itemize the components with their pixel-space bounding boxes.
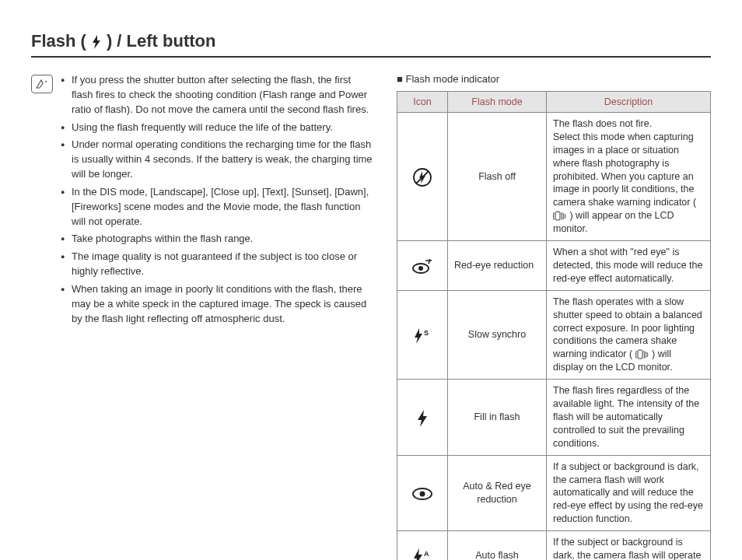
note-item: Take photographs within the flash range. bbox=[61, 232, 373, 247]
fill-in-flash-icon bbox=[397, 380, 448, 455]
svg-marker-0 bbox=[93, 35, 100, 49]
mode-name: Slow synchro bbox=[448, 290, 547, 380]
svg-point-6 bbox=[418, 266, 423, 271]
table-header-row: Icon Flash mode Description bbox=[397, 92, 711, 113]
mode-name: Fill in flash bbox=[448, 380, 547, 455]
title-prefix: Flash ( bbox=[31, 31, 86, 51]
table-caption: Flash mode indicator bbox=[397, 73, 711, 85]
mode-desc: The flash does not fire. Select this mod… bbox=[547, 113, 711, 241]
notes-list: If you press the shutter button after se… bbox=[61, 73, 373, 560]
table-row: Auto & Red eye reduction If a subject or… bbox=[397, 455, 711, 530]
desc-text: ) will appear on the LCD monitor. bbox=[553, 210, 674, 234]
camera-shake-icon bbox=[635, 348, 649, 362]
mode-desc: The flash operates with a slow shutter s… bbox=[547, 290, 711, 380]
flash-mode-table: Icon Flash mode Description bbox=[397, 91, 711, 560]
camera-shake-icon bbox=[553, 209, 567, 222]
mode-desc: If the subject or background is dark, th… bbox=[547, 531, 711, 560]
flash-off-icon bbox=[397, 113, 448, 241]
mode-name: Flash off bbox=[448, 113, 547, 241]
notes-column: If you press the shutter button after se… bbox=[31, 73, 373, 560]
mode-name: Red-eye reduction bbox=[448, 241, 547, 291]
svg-marker-12 bbox=[414, 548, 422, 560]
svg-text:A: A bbox=[424, 550, 429, 558]
table-row: Flash off The flash does not fire. Selec… bbox=[397, 113, 711, 241]
mode-name: Auto flash bbox=[448, 531, 547, 560]
title-suffix: ) / Left button bbox=[107, 31, 216, 51]
mode-desc: If a subject or background is dark, the … bbox=[547, 455, 711, 530]
red-eye-reduction-icon bbox=[397, 241, 448, 291]
table-row: Fill in flash The flash fires regardless… bbox=[397, 380, 711, 455]
header-desc: Description bbox=[547, 92, 711, 113]
manual-page: Flash ( ) / Left button If you press the… bbox=[0, 0, 742, 560]
mode-name: Auto & Red eye reduction bbox=[448, 455, 547, 530]
header-mode: Flash mode bbox=[448, 92, 547, 113]
content-columns: If you press the shutter button after se… bbox=[31, 73, 711, 560]
mode-desc: The flash fires regardless of the availa… bbox=[547, 380, 711, 455]
flash-icon bbox=[91, 31, 102, 51]
header-icon: Icon bbox=[397, 92, 448, 113]
note-item: Under normal operating conditions the re… bbox=[61, 138, 373, 182]
auto-red-eye-icon bbox=[397, 455, 448, 530]
desc-text: The flash operates with a slow shutter s… bbox=[553, 296, 702, 360]
slow-synchro-icon: S bbox=[397, 290, 448, 380]
note-icon bbox=[31, 75, 53, 93]
note-item: When taking an image in poorly lit condi… bbox=[61, 282, 373, 327]
svg-point-11 bbox=[420, 492, 425, 497]
table-column: Flash mode indicator Icon Flash mode Des… bbox=[397, 73, 711, 560]
note-item: Using the flash frequently will reduce t… bbox=[61, 121, 373, 135]
table-row: S Slow synchro The flash operates with a… bbox=[397, 290, 711, 380]
note-item: The image quality is not guaranteed if t… bbox=[61, 250, 373, 279]
svg-marker-7 bbox=[415, 328, 422, 344]
svg-text:S: S bbox=[424, 329, 429, 337]
table-row: A Auto flash If the subject or backgroun… bbox=[397, 531, 711, 560]
note-item: If you press the shutter button after se… bbox=[61, 73, 373, 117]
table-row: Red-eye reduction When a shot with "red … bbox=[397, 241, 711, 291]
page-title: Flash ( ) / Left button bbox=[31, 31, 711, 58]
note-item: In the DIS mode, [Landscape], [Close up]… bbox=[61, 185, 373, 229]
svg-marker-9 bbox=[418, 410, 427, 427]
desc-text: The flash does not fire. Select this mod… bbox=[553, 118, 696, 208]
mode-desc: When a shot with "red eye" is detected, … bbox=[547, 241, 711, 291]
svg-point-1 bbox=[45, 81, 47, 82]
auto-flash-icon: A bbox=[397, 531, 448, 560]
